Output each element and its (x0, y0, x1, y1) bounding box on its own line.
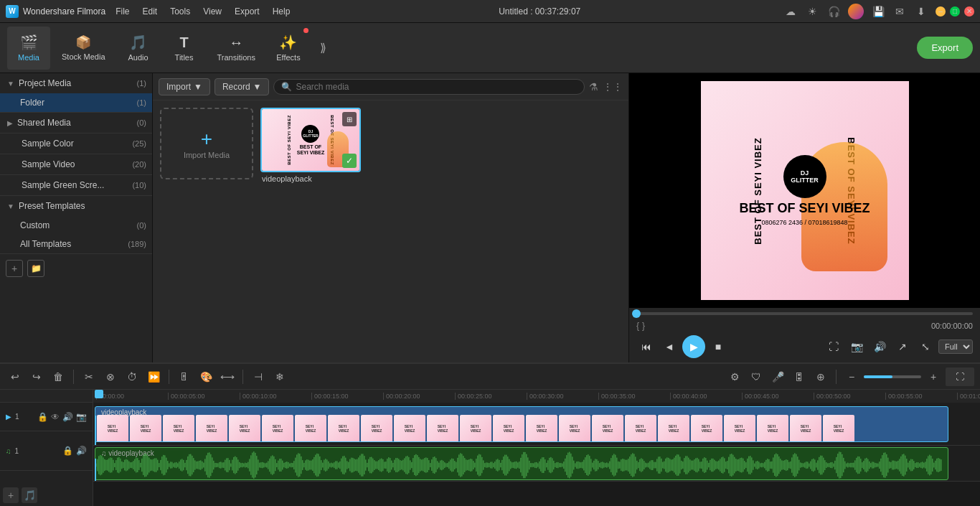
svg-rect-549 (883, 453, 885, 477)
svg-rect-22 (127, 460, 128, 471)
add-folder-button[interactable]: + (6, 260, 23, 277)
grid-icon[interactable]: ⋮⋮ (603, 81, 623, 93)
svg-rect-557 (895, 461, 896, 469)
svg-rect-26 (133, 461, 134, 469)
save-icon[interactable]: 💾 (871, 4, 885, 19)
fullscreen-button[interactable]: ⤡ (915, 337, 936, 357)
sidebar-sample-color[interactable]: Sample Color (25) (0, 133, 152, 154)
filter-icon[interactable]: ⚗ (589, 81, 598, 93)
eye-icon[interactable]: 👁 (51, 412, 60, 422)
sidebar-all-templates[interactable]: All Templates (189) (0, 235, 152, 253)
headphone-icon[interactable]: 🎧 (826, 4, 841, 19)
project-media-label: Project Media (19, 78, 71, 88)
media-item-videoplayback[interactable]: BEST OF SEYI VIBEZ BEST OF SEYI VIBEZ DJ… (260, 108, 361, 185)
mic-button[interactable]: 🎤 (768, 367, 787, 386)
audio-mute-icon[interactable]: 🔊 (76, 446, 87, 456)
svg-rect-100 (239, 462, 240, 469)
sun-icon[interactable]: ☀ (805, 4, 819, 19)
export-button[interactable]: Export (917, 37, 973, 59)
camera-icon[interactable]: 📷 (76, 412, 87, 422)
search-input[interactable] (296, 82, 577, 92)
folder-icon[interactable]: 📁 (27, 260, 44, 277)
audio-edit-button[interactable]: 🎚 (175, 367, 194, 386)
undo-button[interactable]: ↩ (6, 367, 24, 386)
sidebar-shared-media[interactable]: ▶ Shared Media (0) (0, 113, 152, 133)
zoom-out-button[interactable]: − (842, 367, 861, 386)
toolbar-audio[interactable]: 🎵 Audio (117, 27, 160, 70)
svg-rect-269 (481, 457, 483, 474)
minimize-button[interactable]: – (936, 6, 946, 17)
add-video-button[interactable]: ⊕ (811, 367, 830, 386)
menu-export[interactable]: Export (229, 5, 265, 18)
menu-tools[interactable]: Tools (164, 5, 196, 18)
add-video-track-button[interactable]: + (3, 487, 19, 503)
maximize-button[interactable]: □ (950, 6, 960, 17)
stop-button[interactable]: ■ (708, 337, 728, 357)
mixer-button[interactable]: 🎛 (790, 367, 809, 386)
volume-track-icon[interactable]: 🔊 (62, 412, 73, 422)
svg-rect-59 (180, 459, 182, 470)
duration-button[interactable]: ⏱ (123, 367, 141, 386)
ruler-6: 00:00:30:00 (527, 393, 598, 400)
check-icon: ✓ (342, 154, 357, 168)
export-frame-button[interactable]: ↗ (892, 337, 913, 357)
redo-button[interactable]: ↪ (27, 367, 46, 386)
toolbar-stock-media[interactable]: 📦 Stock Media (53, 27, 114, 70)
import-button[interactable]: Import ▼ (159, 78, 210, 95)
avatar-icon[interactable] (848, 4, 864, 19)
transitions-label: Transitions (217, 53, 255, 62)
snapshot-button[interactable]: 📷 (847, 337, 867, 357)
sidebar-folder[interactable]: Folder (1) (0, 93, 152, 112)
split-button[interactable]: ⊣ (249, 367, 268, 386)
download-icon[interactable]: ⬇ (914, 4, 928, 19)
svg-rect-170 (339, 462, 341, 469)
freeze-button[interactable]: ❄ (270, 367, 289, 386)
cloud-icon[interactable]: ☁ (783, 4, 798, 19)
svg-rect-371 (628, 459, 629, 472)
more-button[interactable]: ⟫ (313, 37, 334, 59)
zoom-slider[interactable] (864, 375, 921, 378)
audio-clip[interactable]: ♫ videoplayback (95, 447, 948, 480)
import-media-placeholder[interactable]: + Import Media (160, 108, 253, 179)
message-icon[interactable]: ✉ (892, 4, 907, 19)
skip-back-button[interactable]: ⏮ (636, 337, 656, 357)
add-audio-track-button[interactable]: 🎵 (22, 487, 37, 503)
sidebar-sample-video[interactable]: Sample Video (20) (0, 154, 152, 174)
quality-select[interactable]: Full (938, 339, 973, 354)
volume-button[interactable]: 🔊 (870, 337, 890, 357)
sidebar-sample-green[interactable]: Sample Green Scre... (10) (0, 175, 152, 195)
zoom-in-button[interactable]: + (924, 367, 943, 386)
settings-tl-button[interactable]: ⚙ (725, 367, 744, 386)
video-clip[interactable]: videoplayback SEYIVIBEZ SEYIVIBEZ SEYIVI… (95, 406, 948, 442)
play-button[interactable]: ▶ (682, 335, 705, 358)
delete-button[interactable]: 🗑 (49, 367, 67, 386)
speed-button[interactable]: ⏩ (144, 367, 163, 386)
svg-rect-4 (101, 456, 103, 474)
toolbar-effects[interactable]: ✨ Effects (267, 27, 310, 70)
close-button[interactable]: ✕ (964, 6, 974, 17)
progress-bar[interactable] (636, 312, 973, 315)
sidebar-preset-templates[interactable]: ▼ Preset Templates (0, 196, 152, 216)
sidebar-project-media[interactable]: ▼ Project Media (1) (0, 73, 152, 93)
record-button[interactable]: Record ▼ (215, 78, 270, 95)
shield-button[interactable]: 🛡 (747, 367, 765, 386)
toolbar-media[interactable]: 🎬 Media (7, 27, 50, 70)
fullscreen-preview-button[interactable]: ⛶ (824, 337, 844, 357)
menu-help[interactable]: Help (267, 5, 296, 18)
sidebar-custom[interactable]: Custom (0) (0, 216, 152, 235)
cut-button[interactable]: ✂ (80, 367, 98, 386)
menu-file[interactable]: File (110, 5, 135, 18)
audio-lock-icon[interactable]: 🔒 (62, 446, 73, 456)
toolbar-titles[interactable]: T Titles (163, 27, 206, 70)
menu-edit[interactable]: Edit (137, 5, 164, 18)
color-button[interactable]: 🎨 (197, 367, 215, 386)
step-back-button[interactable]: ◄ (659, 337, 679, 357)
svg-rect-289 (510, 462, 512, 469)
menu-view[interactable]: View (197, 5, 227, 18)
lock-icon[interactable]: 🔒 (37, 412, 48, 422)
svg-rect-29 (137, 458, 138, 472)
transition-button[interactable]: ⟷ (218, 367, 237, 386)
fullscreen-tl-button[interactable]: ⛶ (946, 367, 974, 386)
toolbar-transitions[interactable]: ↔ Transitions (209, 27, 264, 70)
crop-button[interactable]: ⊗ (101, 367, 120, 386)
